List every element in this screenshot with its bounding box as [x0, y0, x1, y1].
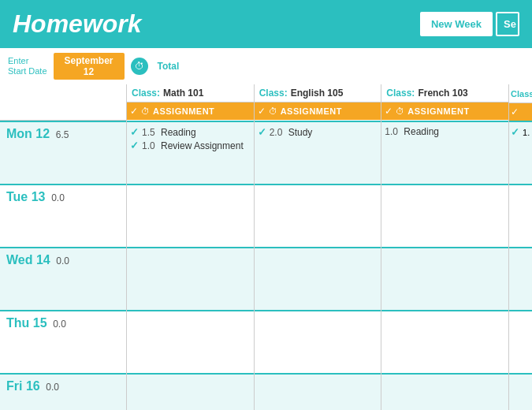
partial-fri16-cell	[509, 373, 532, 410]
partial-thu15-cell	[509, 310, 532, 373]
math-assign-header: ✓ ⏱ ASSIGNMENT	[127, 102, 254, 120]
french-fri16-cell	[381, 373, 508, 410]
french-mon12-item-0: 1.0 Reading	[385, 125, 505, 138]
day-name-wed14: Wed 14	[6, 253, 50, 266]
english-tue13	[254, 184, 381, 247]
partial-tue13	[508, 184, 532, 247]
new-week-button[interactable]: New Week	[420, 12, 493, 36]
partial-mon12: ✓ 1.	[508, 121, 532, 184]
english-wed14	[254, 247, 381, 310]
english-wed14-cell	[255, 247, 381, 310]
french-mon12: 1.0 Reading	[381, 121, 508, 184]
day-cell-thu15: Thu 15 0.0	[0, 310, 126, 373]
french-wed14-cell	[381, 247, 508, 310]
math-fri16	[126, 373, 254, 410]
english-fri16-cell	[255, 373, 381, 410]
day-cell-tue13: Tue 13 0.0	[0, 184, 126, 247]
french-thu15-cell	[381, 310, 508, 373]
math-mon12-item-1: ✓ 1.0 Review Assignment	[130, 139, 251, 152]
math-tue13-cell	[127, 184, 254, 247]
day-name-tue13: Tue 13	[6, 190, 46, 203]
column-headers: Class: Math 101 ✓ ⏱ ASSIGNMENT Class: En…	[0, 84, 532, 121]
class-col-english: Class: English 105 ✓ ⏱ ASSIGNMENT	[254, 84, 381, 121]
class-label-2: Class:	[386, 88, 415, 99]
day-total-mon12: 6.5	[56, 129, 69, 140]
main-grid: Class: Math 101 ✓ ⏱ ASSIGNMENT Class: En…	[0, 84, 532, 410]
english-thu15-cell	[255, 310, 381, 373]
french-check-icon: ✓	[385, 106, 392, 117]
partial-fri16	[508, 373, 532, 410]
day-cell-mon12: Mon 12 6.5	[0, 121, 126, 184]
math-wed14	[126, 247, 254, 310]
day-name-mon12: Mon 12	[6, 127, 50, 140]
math-mon12-item-0: ✓ 1.5 Reading	[130, 125, 251, 139]
search-button[interactable]: Se	[496, 12, 519, 36]
partial-thu15	[508, 310, 532, 373]
partial-wed14	[508, 247, 532, 310]
french-thu15	[381, 310, 508, 373]
english-mon12-cell: ✓ 2.0 Study	[255, 121, 381, 184]
partial-wed14-cell	[509, 247, 532, 310]
row-tue13: Tue 13 0.0	[0, 184, 532, 247]
row-wed14: Wed 14 0.0	[0, 247, 532, 310]
date-input[interactable]: September 12	[54, 53, 125, 80]
day-total-tue13: 0.0	[51, 192, 65, 203]
header-buttons: New Week Se	[420, 12, 519, 36]
english-fri16	[254, 373, 381, 410]
partial-tue13-cell	[509, 184, 532, 247]
day-name-fri16: Fri 16	[6, 379, 40, 393]
total-label: Total	[158, 61, 180, 72]
french-header: Class: French 103	[381, 84, 508, 102]
class-label-1: Class:	[259, 88, 288, 99]
row-fri16: Fri 16 0.0	[0, 373, 532, 410]
day-total-fri16: 0.0	[46, 382, 59, 393]
app-header: Homework New Week Se	[0, 0, 532, 48]
math-tue13	[126, 184, 254, 247]
english-mon12: ✓ 2.0 Study	[254, 121, 381, 184]
class-name-2: French 103	[418, 88, 467, 99]
english-thu15	[254, 310, 381, 373]
math-fri16-cell	[127, 373, 254, 410]
french-wed14	[381, 247, 508, 310]
partial-header: Class:	[509, 84, 532, 103]
french-assign-header: ✓ ⏱ ASSIGNMENT	[381, 102, 508, 120]
subheader: Enter Start Date September 12 ⏱ Total	[0, 48, 532, 84]
enter-start-date-label: Enter Start Date	[8, 56, 47, 76]
math-mon12-cell: ✓ 1.5 Reading ✓ 1.0 Review Assignment	[127, 121, 254, 184]
clock-icon[interactable]: ⏱	[131, 58, 148, 75]
class-name-0: Math 101	[163, 88, 203, 99]
math-assign-label: ASSIGNMENT	[153, 106, 214, 116]
app-title: Homework	[13, 9, 142, 39]
class-col-partial: Class: ✓	[508, 84, 532, 121]
english-mon12-item-0: ✓ 2.0 Study	[258, 125, 378, 139]
class-name-1: English 105	[291, 88, 344, 99]
french-tue13	[381, 184, 508, 247]
french-mon12-cell: 1.0 Reading	[381, 121, 508, 184]
day-name-thu15: Thu 15	[6, 316, 47, 330]
class-col-math: Class: Math 101 ✓ ⏱ ASSIGNMENT	[126, 84, 254, 121]
class-label-0: Class:	[132, 88, 160, 99]
math-clock-icon: ⏱	[141, 106, 150, 116]
english-clock-icon: ⏱	[269, 106, 277, 116]
french-assign-label: ASSIGNMENT	[407, 106, 469, 116]
french-fri16	[381, 373, 508, 410]
math-thu15	[126, 310, 254, 373]
partial-check-icon: ✓	[511, 106, 519, 117]
math-thu15-cell	[127, 310, 254, 373]
english-check-icon: ✓	[258, 106, 266, 117]
row-thu15: Thu 15 0.0	[0, 310, 532, 373]
english-tue13-cell	[255, 184, 381, 247]
french-clock-icon: ⏱	[396, 106, 404, 116]
class-col-french: Class: French 103 ✓ ⏱ ASSIGNMENT	[381, 84, 508, 121]
day-total-wed14: 0.0	[56, 255, 69, 266]
partial-mon12-item-0: ✓ 1.	[511, 125, 530, 139]
day-total-thu15: 0.0	[53, 319, 66, 330]
day-cell-fri16: Fri 16 0.0	[0, 373, 126, 410]
english-assign-header: ✓ ⏱ ASSIGNMENT	[255, 102, 381, 120]
partial-assign-row: ✓	[509, 103, 532, 121]
french-tue13-cell	[381, 184, 508, 247]
partial-class-label: Class:	[511, 89, 532, 99]
math-header: Class: Math 101	[127, 84, 254, 102]
math-check-icon: ✓	[130, 106, 138, 117]
row-mon12: Mon 12 6.5 ✓ 1.5 Reading ✓ 1.0 Review As…	[0, 121, 532, 184]
